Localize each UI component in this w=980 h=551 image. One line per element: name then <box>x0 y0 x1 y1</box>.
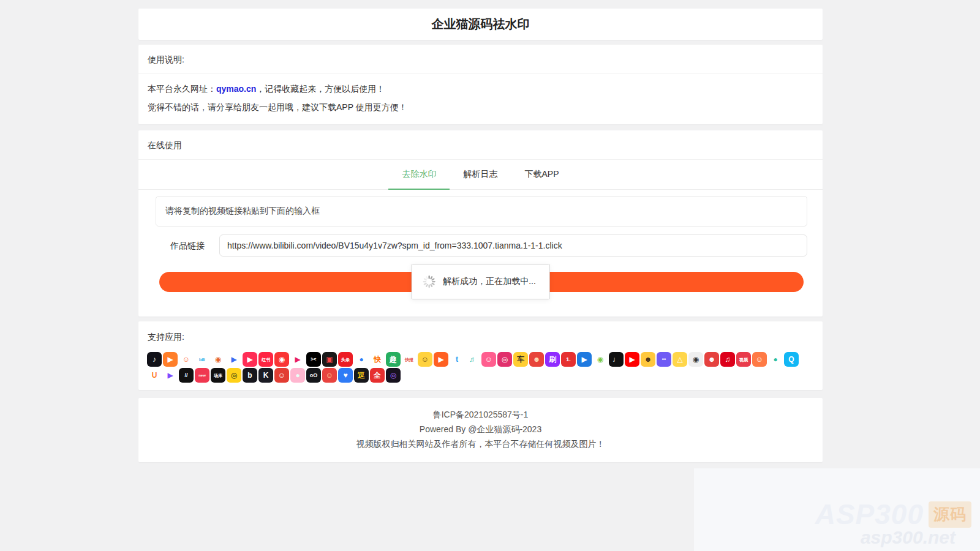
app-icon-anime-girl: ☺ <box>752 352 767 367</box>
footer-disclaimer: 视频版权归相关网站及作者所有，本平台不存储任何视频及图片！ <box>138 437 823 451</box>
online-header: 在线使用 <box>138 130 823 160</box>
page-title: 企业猫源码祛水印 <box>138 9 823 40</box>
app-icon-weishi: ▶ <box>227 352 241 367</box>
loading-toast-text: 解析成功，正在加载中... <box>443 276 536 287</box>
app-icon-sogou: ☺ <box>418 352 432 367</box>
supported-apps-grid: ♪▶☺bili◉▶▶红书◉▶✂▣头条●快趣快报☺▶t♬☺◎车☻刷1.▶◉♩▶☻•… <box>138 350 823 383</box>
footer-powered-by: Powered By @企业猫源码-2023 <box>138 422 823 437</box>
watermark-panel: ASP300 源码 asp300.net <box>694 468 980 551</box>
work-link-label: 作品链接 <box>156 234 219 257</box>
main-container: 企业猫源码祛水印 使用说明: 本平台永久网址：qymao.cn，记得收藏起来，方… <box>138 0 823 462</box>
tab-download-app[interactable]: 下载APP <box>511 160 572 189</box>
app-icon-vue: ◎ <box>386 368 401 383</box>
app-icon-changku: 场库 <box>211 368 225 383</box>
app-icon-xigua: ◉ <box>274 352 289 367</box>
app-icon-weibo: ◉ <box>211 352 225 367</box>
app-icon-kuaiying: K <box>258 368 273 383</box>
app-icon-qutoutiao: 趣 <box>386 352 401 367</box>
app-icon-quanmin: 全 <box>370 368 385 383</box>
footer-icp: 鲁ICP备2021025587号-1 <box>138 407 823 422</box>
app-icon-laugh-face: ☻ <box>704 352 719 367</box>
tab-bar: 去除水印 解析日志 下载APP <box>138 160 823 190</box>
app-icon-car: 车 <box>513 352 528 367</box>
app-icon-magenta-play: ▶ <box>290 352 305 367</box>
app-icon-weishi-eyes: oO <box>306 368 321 383</box>
usage-line1-prefix: 本平台永久网址： <box>148 84 216 94</box>
app-icon-capcut: ✂ <box>306 352 321 367</box>
usage-card: 使用说明: 本平台永久网址：qymao.cn，记得收藏起来，方便以后使用！ 觉得… <box>138 45 823 124</box>
app-icon-pink-cat: ☺ <box>481 352 496 367</box>
app-icon-blue-eyes: •• <box>657 352 671 367</box>
app-icon-blue-heart: ♥ <box>338 368 353 383</box>
work-link-input[interactable] <box>219 234 807 257</box>
app-icon-zuiyou: // <box>179 368 194 383</box>
watermark-domain: asp300.net <box>861 527 956 548</box>
tab-parse-log[interactable]: 解析日志 <box>450 160 511 189</box>
paste-tip: 请将复制的视频链接粘贴到下面的输入框 <box>156 196 807 227</box>
usage-line1: 本平台永久网址：qymao.cn，记得收藏起来，方便以后使用！ <box>148 80 813 98</box>
app-icon-green-eye: ◉ <box>593 352 608 367</box>
usage-header: 使用说明: <box>138 45 823 74</box>
support-card: 支持应用: ♪▶☺bili◉▶▶红书◉▶✂▣头条●快趣快报☺▶t♬☺◎车☻刷1.… <box>138 321 823 390</box>
app-icon-oasis: ● <box>768 352 783 367</box>
footer-card: 鲁ICP备2021025587号-1 Powered By @企业猫源码-202… <box>138 398 823 462</box>
app-icon-pipixia: ☺ <box>179 352 194 367</box>
app-icon-red-play: ▶ <box>243 352 257 367</box>
app-icon-meipai: ● <box>290 368 305 383</box>
app-icon-shipin: 视频 <box>736 352 751 367</box>
app-icon-pear-video: ▶ <box>163 368 178 383</box>
app-icon-haokan: ▶ <box>434 352 448 367</box>
app-icon-youtube: ▶ <box>625 352 639 367</box>
app-icon-red-face: ☺ <box>274 368 289 383</box>
app-icon-kuaibao: 快报 <box>402 352 417 367</box>
watermark-badge: 源码 <box>929 501 971 528</box>
app-icon-black-camera: ▣ <box>322 352 337 367</box>
watermark-brand-text: ASP300 <box>815 498 924 531</box>
app-icon-yellow-duck: △ <box>673 352 687 367</box>
app-icon-douyin: ♪ <box>147 352 162 367</box>
app-icon-dancer: ♬ <box>466 352 480 367</box>
online-card: 在线使用 去除水印 解析日志 下载APP 请将复制的视频链接粘贴到下面的输入框 … <box>138 130 823 317</box>
support-header: 支持应用: <box>138 321 823 350</box>
app-icon-bilibili: bili <box>195 352 209 367</box>
app-icon-blue-play: ▶ <box>577 352 592 367</box>
qymao-link[interactable]: qymao.cn <box>216 84 256 94</box>
app-icon-uc: U <box>147 368 162 383</box>
app-icon-yellow-cow: ☻ <box>641 352 655 367</box>
app-icon-doupai: 逗 <box>354 368 369 383</box>
app-icon-instagram: ◎ <box>497 352 512 367</box>
app-icon-monkey: ☺ <box>322 368 337 383</box>
app-icon-twitter: t <box>450 352 464 367</box>
app-icon-qq: Q <box>784 352 799 367</box>
app-icon-music-note: ♩ <box>609 352 624 367</box>
watermark-brand: ASP300 源码 <box>815 498 971 531</box>
usage-body: 本平台永久网址：qymao.cn，记得收藏起来，方便以后使用！ 觉得不错的话，请… <box>138 74 823 124</box>
app-icon-xiaohongshu: 红书 <box>258 352 273 367</box>
app-icon-kuaishou: ▶ <box>163 352 178 367</box>
title-card: 企业猫源码祛水印 <box>138 9 823 40</box>
app-icon-netease-music: ♫ <box>720 352 735 367</box>
app-icon-new-badge: new <box>195 368 209 383</box>
loading-spinner-icon <box>421 274 436 289</box>
tab-remove-watermark[interactable]: 去除水印 <box>388 160 450 189</box>
app-icon-kaiyan: ◎ <box>227 368 241 383</box>
app-icon-black-b: b <box>243 368 257 383</box>
loading-toast: 解析成功，正在加载中... <box>411 264 550 299</box>
usage-line1-suffix: ，记得收藏起来，方便以后使用！ <box>256 84 385 94</box>
app-icon-yidian: 1. <box>561 352 576 367</box>
app-icon-boy-face: ☻ <box>529 352 544 367</box>
link-form-row: 作品链接 <box>156 234 807 257</box>
usage-line2: 觉得不错的话，请分享给朋友一起用哦，建议下载APP 使用更方便！ <box>148 98 813 116</box>
app-icon-dark-eye: ◉ <box>688 352 703 367</box>
app-icon-kuai: 快 <box>370 352 385 367</box>
app-icon-tencent-news: ● <box>354 352 369 367</box>
app-icon-toutiao: 头条 <box>338 352 353 367</box>
app-icon-shuabao: 刷 <box>545 352 560 367</box>
